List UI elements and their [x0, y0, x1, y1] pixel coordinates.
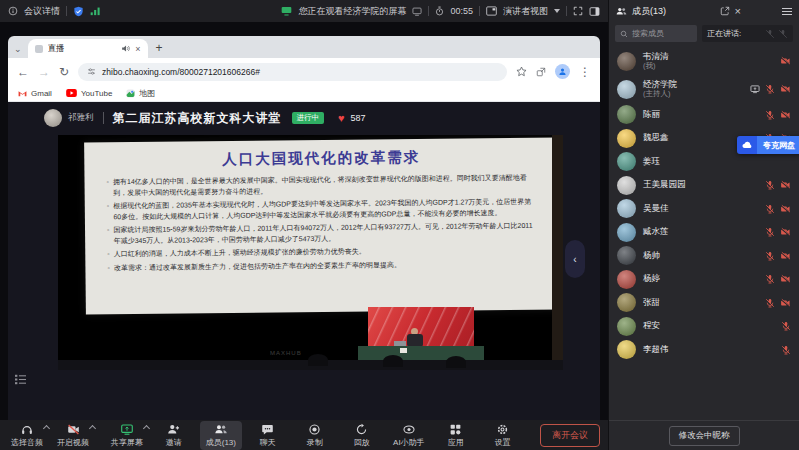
- bookmark-star-icon[interactable]: [516, 66, 527, 77]
- cam-off-icon[interactable]: [780, 56, 791, 66]
- member-row[interactable]: 吴曼佳: [609, 197, 799, 221]
- toolbar-item-label: 设置: [495, 437, 511, 448]
- cam-off-icon[interactable]: [780, 204, 791, 214]
- cam-off-icon[interactable]: [780, 180, 791, 190]
- toolbar-item-apps[interactable]: 应用: [435, 421, 477, 450]
- mic-off-icon[interactable]: [765, 204, 775, 214]
- tune-icon[interactable]: [87, 67, 96, 76]
- cam-off-icon[interactable]: [780, 110, 791, 120]
- popout-panel-icon[interactable]: [720, 6, 730, 16]
- search-members-input[interactable]: 搜索成员: [615, 25, 697, 42]
- browser-menu-icon[interactable]: ⋮: [579, 66, 591, 78]
- playlist-icon[interactable]: [14, 374, 27, 385]
- mic-off-icon[interactable]: [765, 298, 775, 308]
- address-bar[interactable]: zhibo.chaoxing.com/8000271201606266#: [78, 63, 507, 81]
- mic-off-icon[interactable]: [765, 110, 775, 120]
- panel-footer: 修改会中昵称: [609, 420, 799, 450]
- toolbar-item-record[interactable]: 录制: [294, 421, 336, 450]
- browser-tab[interactable]: 直播 ×: [28, 39, 148, 58]
- member-avatar: [617, 246, 636, 265]
- member-row[interactable]: 韦清清(我): [609, 47, 799, 75]
- cam-off-icon[interactable]: [780, 274, 791, 284]
- leave-meeting-button[interactable]: 离开会议: [540, 424, 600, 447]
- security-shield-icon[interactable]: [73, 6, 84, 17]
- mic-off-icon[interactable]: [765, 251, 775, 261]
- reload-icon[interactable]: ↻: [59, 66, 69, 78]
- toolbar-item-members[interactable]: 成员(13): [200, 421, 242, 450]
- network-signal-icon[interactable]: [90, 6, 101, 16]
- share-icon[interactable]: [750, 84, 760, 94]
- chevron-down-icon[interactable]: [554, 9, 560, 13]
- collapse-panel-handle[interactable]: ‹: [565, 240, 585, 278]
- video-player[interactable]: 人口大国现代化的改革需求 ◦拥有14亿多人口的中国，是全世界最大的发展中国家。中…: [58, 135, 563, 370]
- rename-button[interactable]: 修改会中昵称: [669, 426, 740, 446]
- member-row[interactable]: 李超伟: [609, 338, 799, 362]
- toolbar-item-replay[interactable]: 回放: [341, 421, 383, 450]
- chevron-up-icon[interactable]: [89, 424, 96, 431]
- view-mode-label[interactable]: 演讲者视图: [503, 5, 548, 18]
- toolbar-item-label: 开启视频: [57, 437, 89, 448]
- member-row[interactable]: 臧水莲: [609, 221, 799, 245]
- bookmark-label: 地图: [139, 88, 155, 99]
- member-row[interactable]: 张甜: [609, 291, 799, 315]
- heart-icon[interactable]: ♥: [338, 112, 345, 124]
- quark-drive-popup[interactable]: 夸克网盘: [737, 136, 799, 154]
- side-panel-toggle-icon[interactable]: [589, 6, 600, 17]
- search-placeholder: 搜索成员: [632, 28, 664, 39]
- info-icon[interactable]: [8, 6, 18, 16]
- mic-off-icon[interactable]: [765, 180, 775, 190]
- forward-icon[interactable]: →: [38, 66, 50, 78]
- member-row[interactable]: 杨婷: [609, 268, 799, 292]
- back-icon[interactable]: ←: [17, 66, 29, 78]
- members-panel-title: 成员(13): [632, 5, 666, 18]
- mic-off-icon[interactable]: [781, 345, 791, 355]
- toolbar-item-camera-off[interactable]: 开启视频: [52, 421, 94, 450]
- cam-off-icon[interactable]: [780, 298, 791, 308]
- new-tab-button[interactable]: +: [156, 41, 163, 55]
- toolbar-item-label: AI小助手: [393, 437, 425, 448]
- chevron-up-icon[interactable]: [143, 424, 150, 431]
- cam-off-icon[interactable]: [780, 227, 791, 237]
- member-row[interactable]: 杨帅: [609, 244, 799, 268]
- member-row[interactable]: 程安: [609, 315, 799, 339]
- ai-icon: [402, 423, 416, 436]
- mic-off-icon[interactable]: [765, 227, 775, 237]
- member-name: 王美晨园园: [643, 180, 765, 190]
- tab-close-icon[interactable]: ×: [135, 44, 140, 54]
- tab-audio-icon[interactable]: [121, 44, 130, 53]
- member-row[interactable]: 经济学院(主持人): [609, 75, 799, 103]
- fullscreen-icon[interactable]: [573, 6, 583, 16]
- hamburger-menu-icon[interactable]: [782, 8, 792, 15]
- like-count: 587: [351, 113, 366, 123]
- tab-favicon: [35, 45, 43, 53]
- tab-title: 直播: [48, 43, 117, 55]
- live-status-badge: 进行中: [292, 112, 325, 124]
- toolbar-item-headset[interactable]: 选择音频: [6, 421, 48, 450]
- toolbar-item-ai[interactable]: AI小助手: [388, 421, 430, 450]
- presenter-avatar: [44, 109, 62, 127]
- bookmark-gmail[interactable]: Gmail: [18, 89, 52, 98]
- timer-icon: [435, 6, 444, 16]
- share-tab-icon[interactable]: [536, 67, 546, 77]
- presenter-name: 祁雅利: [68, 112, 94, 124]
- close-panel-icon[interactable]: ×: [735, 6, 741, 17]
- member-row[interactable]: 王美晨园园: [609, 174, 799, 198]
- toolbar-item-invite[interactable]: 邀请: [153, 421, 195, 450]
- slide-bullet: ◦拥有14亿多人口的中国，是全世界最大的发展中国家。中国实现现代化，将深刻改变世…: [106, 173, 536, 199]
- mic-off-icon[interactable]: [781, 321, 791, 331]
- member-row[interactable]: 陈丽: [609, 103, 799, 127]
- cam-off-icon[interactable]: [780, 251, 791, 261]
- bookmark-youtube[interactable]: YouTube: [66, 89, 112, 98]
- mic-off-icon[interactable]: [765, 84, 775, 94]
- profile-avatar[interactable]: [555, 64, 570, 79]
- switch-screen-icon[interactable]: [412, 7, 422, 16]
- chevron-up-icon[interactable]: [43, 424, 50, 431]
- tab-search-chevron-icon[interactable]: ⌄: [14, 44, 22, 54]
- toolbar-item-settings[interactable]: 设置: [482, 421, 524, 450]
- bookmark-map[interactable]: 地图: [126, 88, 155, 99]
- toolbar-item-chat[interactable]: 聊天: [247, 421, 289, 450]
- meeting-details-label[interactable]: 会议详情: [24, 5, 60, 18]
- mic-off-icon[interactable]: [765, 274, 775, 284]
- toolbar-item-screen-share[interactable]: 共享屏幕: [106, 421, 148, 450]
- cam-off-icon[interactable]: [780, 84, 791, 94]
